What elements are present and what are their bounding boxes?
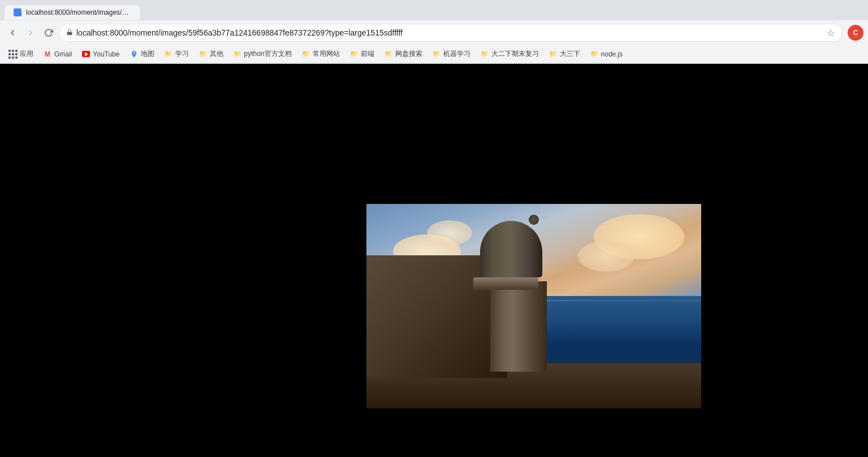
bookmark-gmail[interactable]: M Gmail [39,49,76,60]
image-canvas [366,204,701,408]
forward-button[interactable] [23,25,38,41]
folder-frontend-icon: 📁 [350,50,358,58]
folder-exam-icon: 📁 [481,50,489,58]
bookmark-exam-review[interactable]: 📁 大二下期末复习 [476,47,543,60]
bookmark-ml[interactable]: 📁 机器学习 [428,47,475,60]
bookmark-netdisk[interactable]: 📁 网盘搜索 [380,47,427,60]
bookmark-ml-label: 机器学习 [443,49,470,59]
bookmark-junior[interactable]: 📁 大三下 [545,47,585,60]
bookmark-maps[interactable]: 地图 [126,47,159,60]
tab-favicon [14,8,21,16]
youtube-icon [82,50,90,58]
tower-finial [529,215,539,225]
bookmark-python-docs[interactable]: 📁 python官方文档 [229,47,296,60]
bookmark-nodejs-label: node.js [601,50,623,58]
folder-study-icon: 📁 [165,50,172,58]
folder-common-icon: 📁 [302,50,310,58]
tower-ledge [473,277,538,290]
folder-junior-icon: 📁 [549,50,557,58]
svg-rect-0 [67,32,72,35]
bookmarks-bar: 应用 M Gmail YouTube 地图 📁 [0,45,868,63]
bookmark-python-docs-label: python官方文档 [244,49,292,59]
bookmark-junior-label: 大三下 [560,49,580,59]
gmail-icon: M [44,50,51,58]
bookmark-common-sites[interactable]: 📁 常用网站 [297,47,344,60]
bookmark-frontend-label: 前端 [361,49,374,59]
bookmark-study-label: 学习 [175,49,189,59]
folder-other-icon: 📁 [199,50,207,58]
folder-nodejs-icon: 📁 [590,50,598,58]
profile-button[interactable]: C [848,25,863,41]
lock-icon [66,28,73,38]
bookmark-common-sites-label: 常用网站 [313,49,340,59]
address-input[interactable] [76,28,822,37]
reload-button[interactable] [41,25,57,41]
bookmark-youtube-label: YouTube [93,50,119,58]
bookmark-youtube[interactable]: YouTube [77,49,124,60]
address-bar-container[interactable]: ☆ [59,24,843,42]
folder-ml-icon: 📁 [433,50,441,58]
main-image [366,204,701,408]
bookmark-star-button[interactable]: ☆ [826,27,836,40]
bookmark-study[interactable]: 📁 学习 [160,47,193,60]
back-button[interactable] [5,25,20,41]
bookmark-apps[interactable]: 应用 [5,47,38,60]
bookmark-other[interactable]: 📁 其他 [195,47,228,60]
browser-chrome: localhost:8000/moment/images/59f56a3b77a… [0,0,868,64]
nav-bar: ☆ C [0,20,868,45]
folder-python-icon: 📁 [234,50,241,58]
bookmark-exam-review-label: 大二下期末复习 [491,49,539,59]
bookmark-netdisk-label: 网盘搜索 [395,49,422,59]
tab-bar: localhost:8000/moment/images/59f56a3b77a… [0,0,868,20]
cloud-4 [578,241,634,272]
page-content [0,64,868,457]
tower-base [490,281,547,372]
profile-initial: C [853,29,858,37]
folder-netdisk-icon: 📁 [385,50,392,58]
tab-title: localhost:8000/moment/images/59f56a3b77a… [26,8,131,16]
apps-icon [9,50,17,58]
bookmark-apps-label: 应用 [20,49,33,59]
bookmark-nodejs[interactable]: 📁 node.js [586,49,628,60]
active-tab[interactable]: localhost:8000/moment/images/59f56a3b77a… [5,5,140,20]
maps-icon [130,50,138,58]
bookmark-maps-label: 地图 [141,49,154,59]
cloud-2 [427,220,472,246]
bookmark-gmail-label: Gmail [54,50,72,58]
bookmark-other-label: 其他 [210,49,223,59]
bookmark-frontend[interactable]: 📁 前端 [346,47,379,60]
